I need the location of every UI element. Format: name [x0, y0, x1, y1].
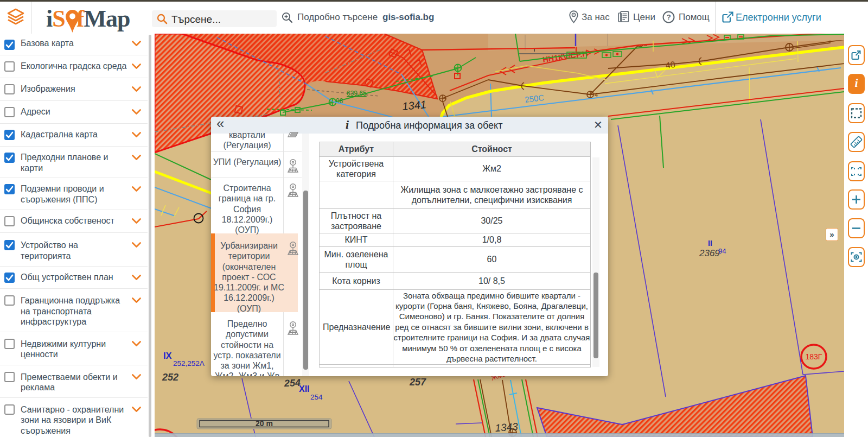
- svg-text:639.65: 639.65: [347, 90, 367, 97]
- svg-text:252,252A: 252,252A: [173, 359, 205, 368]
- svg-text:40: 40: [665, 60, 676, 70]
- svg-text:4: 4: [595, 92, 598, 98]
- svg-text:254: 254: [283, 377, 301, 389]
- svg-text:257: 257: [409, 377, 426, 388]
- svg-text:183Г: 183Г: [806, 352, 822, 361]
- svg-text:II: II: [708, 239, 712, 248]
- svg-text:252: 252: [162, 372, 178, 383]
- svg-text:254: 254: [310, 393, 323, 401]
- svg-text:2369: 2369: [699, 248, 720, 258]
- svg-text:?: ?: [666, 13, 671, 21]
- svg-text:1343: 1343: [495, 421, 519, 434]
- svg-text:20 m: 20 m: [256, 419, 273, 428]
- svg-text:1341: 1341: [401, 98, 426, 112]
- svg-text:IX: IX: [163, 351, 172, 360]
- svg-text:94: 94: [718, 247, 726, 255]
- svg-text:XII: XII: [299, 384, 310, 394]
